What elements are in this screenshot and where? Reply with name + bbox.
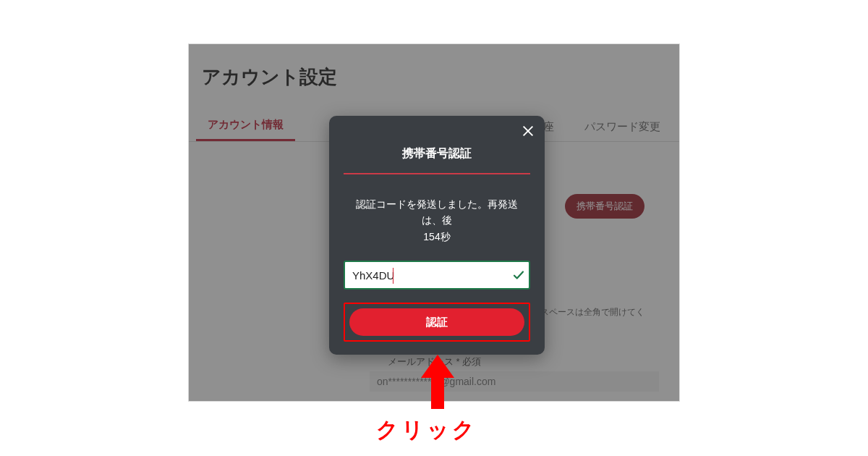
phone-verify-modal: 携帯番号認証 認証コードを発送しました。再発送は、後 154秒 認証 [329,116,545,355]
submit-highlight-box: 認証 [344,303,530,342]
modal-message: 認証コードを発送しました。再発送は、後 154秒 [344,196,530,245]
verification-code-input[interactable] [345,262,509,288]
tab-password-change[interactable]: パスワード変更 [573,120,672,141]
modal-divider [344,173,530,174]
click-annotation-text: クリック [376,415,477,445]
modal-title: 携帯番号認証 [344,146,530,161]
phone-verify-badge[interactable]: 携帯番号認証 [565,194,644,219]
svg-marker-0 [421,355,454,409]
modal-message-line2: 154秒 [423,231,450,242]
code-input-wrap [344,261,530,290]
text-cursor [393,268,393,284]
verify-button[interactable]: 認証 [349,308,524,336]
modal-message-line1: 認証コードを発送しました。再発送は、後 [356,198,518,226]
tab-account-info[interactable]: アカウント情報 [196,118,295,141]
page-title: アカウント設定 [202,64,337,90]
arrow-up-icon [420,355,456,409]
close-icon[interactable] [522,124,535,138]
checkmark-icon [509,269,529,282]
